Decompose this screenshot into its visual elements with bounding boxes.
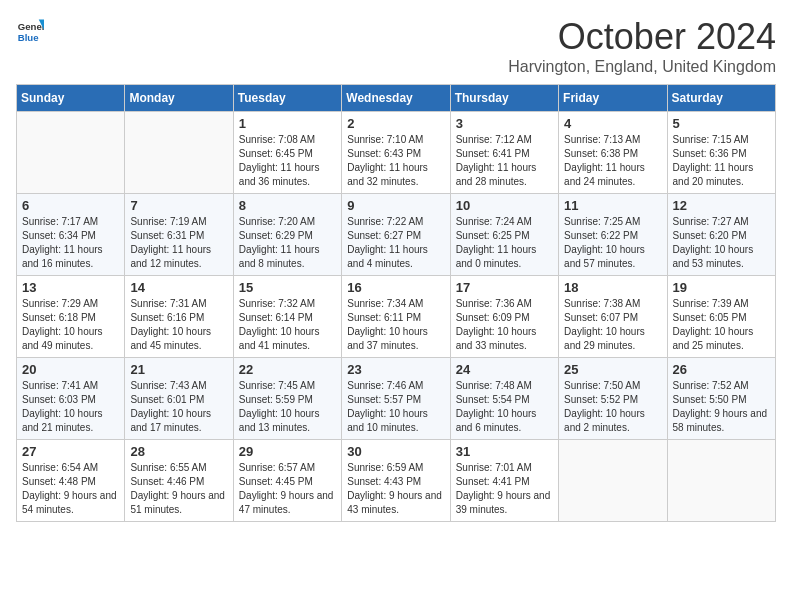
calendar-cell: 28Sunrise: 6:55 AMSunset: 4:46 PMDayligh… <box>125 440 233 522</box>
day-info: Sunrise: 7:15 AMSunset: 6:36 PMDaylight:… <box>673 133 770 189</box>
day-info: Sunrise: 7:25 AMSunset: 6:22 PMDaylight:… <box>564 215 661 271</box>
day-number: 19 <box>673 280 770 295</box>
day-number: 21 <box>130 362 227 377</box>
logo-icon: General Blue <box>16 16 44 44</box>
day-number: 30 <box>347 444 444 459</box>
day-info: Sunrise: 7:27 AMSunset: 6:20 PMDaylight:… <box>673 215 770 271</box>
day-number: 14 <box>130 280 227 295</box>
calendar-cell: 23Sunrise: 7:46 AMSunset: 5:57 PMDayligh… <box>342 358 450 440</box>
day-info: Sunrise: 7:39 AMSunset: 6:05 PMDaylight:… <box>673 297 770 353</box>
day-number: 23 <box>347 362 444 377</box>
day-number: 10 <box>456 198 553 213</box>
day-number: 16 <box>347 280 444 295</box>
calendar-cell: 2Sunrise: 7:10 AMSunset: 6:43 PMDaylight… <box>342 112 450 194</box>
day-number: 3 <box>456 116 553 131</box>
day-info: Sunrise: 6:59 AMSunset: 4:43 PMDaylight:… <box>347 461 444 517</box>
day-info: Sunrise: 7:45 AMSunset: 5:59 PMDaylight:… <box>239 379 336 435</box>
day-info: Sunrise: 7:31 AMSunset: 6:16 PMDaylight:… <box>130 297 227 353</box>
day-number: 11 <box>564 198 661 213</box>
day-info: Sunrise: 7:24 AMSunset: 6:25 PMDaylight:… <box>456 215 553 271</box>
calendar-week-2: 13Sunrise: 7:29 AMSunset: 6:18 PMDayligh… <box>17 276 776 358</box>
day-number: 18 <box>564 280 661 295</box>
calendar-cell: 6Sunrise: 7:17 AMSunset: 6:34 PMDaylight… <box>17 194 125 276</box>
day-info: Sunrise: 7:34 AMSunset: 6:11 PMDaylight:… <box>347 297 444 353</box>
calendar-cell: 18Sunrise: 7:38 AMSunset: 6:07 PMDayligh… <box>559 276 667 358</box>
day-header-thursday: Thursday <box>450 85 558 112</box>
calendar-cell: 11Sunrise: 7:25 AMSunset: 6:22 PMDayligh… <box>559 194 667 276</box>
day-info: Sunrise: 7:10 AMSunset: 6:43 PMDaylight:… <box>347 133 444 189</box>
calendar-cell: 1Sunrise: 7:08 AMSunset: 6:45 PMDaylight… <box>233 112 341 194</box>
calendar-cell: 27Sunrise: 6:54 AMSunset: 4:48 PMDayligh… <box>17 440 125 522</box>
logo: General Blue <box>16 16 44 44</box>
day-number: 26 <box>673 362 770 377</box>
calendar-body: 1Sunrise: 7:08 AMSunset: 6:45 PMDaylight… <box>17 112 776 522</box>
day-number: 1 <box>239 116 336 131</box>
calendar-cell: 24Sunrise: 7:48 AMSunset: 5:54 PMDayligh… <box>450 358 558 440</box>
day-info: Sunrise: 6:54 AMSunset: 4:48 PMDaylight:… <box>22 461 119 517</box>
calendar-cell <box>125 112 233 194</box>
day-number: 6 <box>22 198 119 213</box>
day-info: Sunrise: 7:46 AMSunset: 5:57 PMDaylight:… <box>347 379 444 435</box>
calendar-cell: 10Sunrise: 7:24 AMSunset: 6:25 PMDayligh… <box>450 194 558 276</box>
day-number: 31 <box>456 444 553 459</box>
calendar-cell: 16Sunrise: 7:34 AMSunset: 6:11 PMDayligh… <box>342 276 450 358</box>
day-info: Sunrise: 7:19 AMSunset: 6:31 PMDaylight:… <box>130 215 227 271</box>
day-header-friday: Friday <box>559 85 667 112</box>
calendar-cell: 4Sunrise: 7:13 AMSunset: 6:38 PMDaylight… <box>559 112 667 194</box>
calendar-week-3: 20Sunrise: 7:41 AMSunset: 6:03 PMDayligh… <box>17 358 776 440</box>
day-number: 7 <box>130 198 227 213</box>
calendar-cell: 8Sunrise: 7:20 AMSunset: 6:29 PMDaylight… <box>233 194 341 276</box>
day-number: 5 <box>673 116 770 131</box>
calendar-cell: 20Sunrise: 7:41 AMSunset: 6:03 PMDayligh… <box>17 358 125 440</box>
day-info: Sunrise: 7:13 AMSunset: 6:38 PMDaylight:… <box>564 133 661 189</box>
day-header-wednesday: Wednesday <box>342 85 450 112</box>
day-number: 13 <box>22 280 119 295</box>
calendar-cell: 26Sunrise: 7:52 AMSunset: 5:50 PMDayligh… <box>667 358 775 440</box>
day-info: Sunrise: 6:57 AMSunset: 4:45 PMDaylight:… <box>239 461 336 517</box>
calendar-cell: 13Sunrise: 7:29 AMSunset: 6:18 PMDayligh… <box>17 276 125 358</box>
day-number: 20 <box>22 362 119 377</box>
calendar-cell: 19Sunrise: 7:39 AMSunset: 6:05 PMDayligh… <box>667 276 775 358</box>
day-number: 25 <box>564 362 661 377</box>
calendar-cell: 30Sunrise: 6:59 AMSunset: 4:43 PMDayligh… <box>342 440 450 522</box>
calendar-table: SundayMondayTuesdayWednesdayThursdayFrid… <box>16 84 776 522</box>
calendar-cell <box>17 112 125 194</box>
day-number: 29 <box>239 444 336 459</box>
day-number: 17 <box>456 280 553 295</box>
calendar-cell: 12Sunrise: 7:27 AMSunset: 6:20 PMDayligh… <box>667 194 775 276</box>
page-header: General Blue October 2024 Harvington, En… <box>16 16 776 76</box>
day-header-tuesday: Tuesday <box>233 85 341 112</box>
calendar-cell: 9Sunrise: 7:22 AMSunset: 6:27 PMDaylight… <box>342 194 450 276</box>
day-info: Sunrise: 7:50 AMSunset: 5:52 PMDaylight:… <box>564 379 661 435</box>
calendar-cell: 22Sunrise: 7:45 AMSunset: 5:59 PMDayligh… <box>233 358 341 440</box>
day-number: 2 <box>347 116 444 131</box>
calendar-cell <box>559 440 667 522</box>
day-info: Sunrise: 7:38 AMSunset: 6:07 PMDaylight:… <box>564 297 661 353</box>
day-info: Sunrise: 7:52 AMSunset: 5:50 PMDaylight:… <box>673 379 770 435</box>
day-info: Sunrise: 7:29 AMSunset: 6:18 PMDaylight:… <box>22 297 119 353</box>
day-info: Sunrise: 7:22 AMSunset: 6:27 PMDaylight:… <box>347 215 444 271</box>
day-header-sunday: Sunday <box>17 85 125 112</box>
calendar-cell: 15Sunrise: 7:32 AMSunset: 6:14 PMDayligh… <box>233 276 341 358</box>
day-number: 12 <box>673 198 770 213</box>
svg-text:Blue: Blue <box>18 32 39 43</box>
day-number: 27 <box>22 444 119 459</box>
day-header-monday: Monday <box>125 85 233 112</box>
day-header-saturday: Saturday <box>667 85 775 112</box>
title-area: October 2024 Harvington, England, United… <box>508 16 776 76</box>
day-number: 15 <box>239 280 336 295</box>
calendar-cell: 7Sunrise: 7:19 AMSunset: 6:31 PMDaylight… <box>125 194 233 276</box>
calendar-week-0: 1Sunrise: 7:08 AMSunset: 6:45 PMDaylight… <box>17 112 776 194</box>
day-number: 28 <box>130 444 227 459</box>
calendar-week-4: 27Sunrise: 6:54 AMSunset: 4:48 PMDayligh… <box>17 440 776 522</box>
calendar-cell: 5Sunrise: 7:15 AMSunset: 6:36 PMDaylight… <box>667 112 775 194</box>
location-title: Harvington, England, United Kingdom <box>508 58 776 76</box>
day-info: Sunrise: 7:48 AMSunset: 5:54 PMDaylight:… <box>456 379 553 435</box>
calendar-cell: 17Sunrise: 7:36 AMSunset: 6:09 PMDayligh… <box>450 276 558 358</box>
day-info: Sunrise: 7:20 AMSunset: 6:29 PMDaylight:… <box>239 215 336 271</box>
day-info: Sunrise: 7:12 AMSunset: 6:41 PMDaylight:… <box>456 133 553 189</box>
day-number: 24 <box>456 362 553 377</box>
calendar-cell: 3Sunrise: 7:12 AMSunset: 6:41 PMDaylight… <box>450 112 558 194</box>
day-info: Sunrise: 7:36 AMSunset: 6:09 PMDaylight:… <box>456 297 553 353</box>
calendar-cell: 21Sunrise: 7:43 AMSunset: 6:01 PMDayligh… <box>125 358 233 440</box>
